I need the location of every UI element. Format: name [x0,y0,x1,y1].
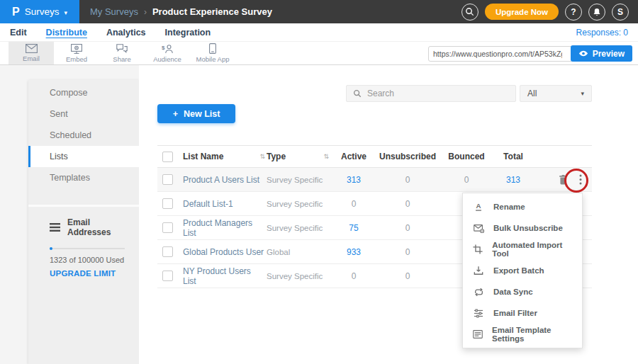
list-bars-icon [50,223,60,232]
mobile-app-icon [209,43,216,54]
toolbar-tab-audience[interactable]: $Audience [145,42,190,64]
menu-item-label: Email Filter [493,309,537,317]
toolbar-tab-embed[interactable]: Embed [54,42,99,64]
menu-item-email-template-settings[interactable]: Email Template Settings [463,324,582,345]
bulk-unsubscribe-icon [473,224,484,233]
menu-item-label: Rename [493,203,525,211]
column-header-type[interactable]: Type [267,152,286,161]
eye-icon [578,50,588,57]
export-batch-icon [473,266,484,275]
active-count[interactable]: 933 [347,247,361,257]
toolbar-tab-email[interactable]: Email [9,42,54,64]
survey-nav: EditDistributeAnalyticsIntegration Respo… [0,23,638,42]
app-window: P Surveys ▾ My Surveys › Product Experie… [0,0,638,364]
top-header: P Surveys ▾ My Surveys › Product Experie… [0,0,638,23]
chevron-down-icon: ▾ [581,90,584,97]
active-count[interactable]: 313 [347,175,361,185]
menu-item-label: Export Batch [493,266,544,275]
sidebar-item-compose[interactable]: Compose [28,82,139,103]
plus-icon: + [173,109,178,119]
nav-tab-edit[interactable]: Edit [10,28,27,38]
nav-tab-integration[interactable]: Integration [165,28,211,38]
active-count: 0 [352,199,357,209]
preview-button[interactable]: Preview [571,45,632,62]
menu-item-bulk-unsubscribe[interactable]: Bulk Unsubscribe [463,217,582,239]
search-icon [465,7,474,16]
account-avatar[interactable]: S [612,4,629,21]
menu-item-rename[interactable]: ARename [463,196,582,217]
share-icon [116,44,128,54]
unsubscribed-count: 0 [405,223,410,233]
menu-item-export-batch[interactable]: Export Batch [463,260,582,281]
automated-import-icon [473,244,483,254]
survey-url-input[interactable] [429,50,566,58]
list-filter-dropdown[interactable]: All ▾ [520,85,592,102]
list-type-value: Global [267,248,290,256]
help-button[interactable]: ? [565,4,582,21]
row-context-menu: ARenameBulk UnsubscribeAutomated Import … [462,193,583,348]
column-header-active[interactable]: Active [333,152,374,161]
responses-count[interactable]: Responses: 0 [576,28,631,38]
table-row: Product A Users ListSurvey Specific31300… [157,168,592,192]
email-sidebar: ComposeSentScheduledListsTemplates Email… [28,80,139,364]
bell-icon [593,7,601,17]
delete-list-button[interactable] [559,174,568,185]
embed-icon [71,44,82,54]
active-count[interactable]: 75 [349,223,358,233]
sidebar-item-scheduled[interactable]: Scheduled [28,125,139,146]
row-checkbox[interactable] [162,271,173,281]
list-name-link[interactable]: Product A Users List [183,175,259,185]
breadcrumb-my-surveys[interactable]: My Surveys [90,6,138,17]
row-checkbox[interactable] [162,174,173,185]
column-header-total[interactable]: Total [492,152,535,161]
list-type-value: Survey Specific [267,224,323,232]
total-count[interactable]: 313 [506,175,520,185]
unsubscribed-count: 0 [405,247,410,257]
menu-item-label: Data Sync [493,288,533,296]
nav-tab-analytics[interactable]: Analytics [106,28,146,38]
sort-icon[interactable]: ⇅ [259,153,265,160]
header-actions: Upgrade Now ? S [461,4,638,21]
sort-icon[interactable]: ⇅ [323,153,329,160]
menu-item-data-sync[interactable]: Data Sync [463,281,582,302]
list-name-link[interactable]: Global Products User [183,247,264,257]
row-checkbox[interactable] [162,198,173,209]
toolbar-tab-mobile-app[interactable]: Mobile App [190,42,235,64]
toolbar-tab-label: Audience [153,55,181,63]
preview-label: Preview [593,49,625,59]
row-checkbox[interactable] [162,246,173,257]
product-switcher[interactable]: P Surveys ▾ [0,0,79,23]
menu-item-email-filter[interactable]: Email Filter [463,302,582,324]
row-checkbox[interactable] [162,222,173,233]
new-list-button[interactable]: + New List [157,104,235,123]
notifications-button[interactable] [588,4,605,21]
toolbar-tab-label: Mobile App [196,55,229,63]
column-header-list-name[interactable]: List Name [183,152,223,161]
menu-item-automated-import-tool[interactable]: Automated Import Tool [463,239,582,260]
nav-tab-distribute[interactable]: Distribute [46,28,87,38]
toolbar-tab-share[interactable]: Share [99,42,145,64]
email-usage-text: 1323 of 100000 Used [50,256,128,264]
search-icon [353,89,362,98]
column-header-bounced[interactable]: Bounced [441,152,492,161]
list-name-link[interactable]: NY Product Users List [183,266,265,286]
upgrade-limit-link[interactable]: UPGRADE LIMIT [50,269,128,278]
select-all-checkbox[interactable] [162,152,173,162]
unsubscribed-count: 0 [405,175,410,185]
sidebar-item-sent[interactable]: Sent [28,103,139,125]
column-header-unsubscribed[interactable]: Unsubscribed [374,152,441,161]
upgrade-now-button[interactable]: Upgrade Now [485,4,559,20]
row-menu-button[interactable] [576,173,585,186]
sidebar-item-templates[interactable]: Templates [28,167,139,188]
rename-icon: A [473,202,484,212]
menu-item-label: Email Template Settings [492,326,572,343]
audience-icon: $ [162,44,174,54]
email-filter-icon [473,309,484,318]
sidebar-item-lists[interactable]: Lists [28,146,139,167]
global-search-button[interactable] [461,4,478,21]
list-name-link[interactable]: Product Managers List [183,218,265,238]
svg-text:A: A [476,202,481,210]
list-name-link[interactable]: Default List-1 [183,199,233,209]
list-search-input[interactable] [367,89,509,98]
list-search-box [346,85,516,102]
